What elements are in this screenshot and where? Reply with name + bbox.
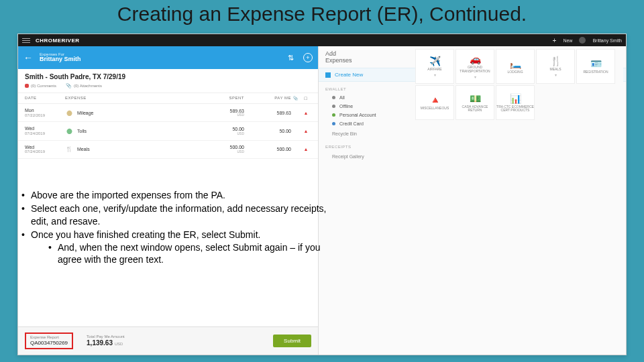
bullet-3: Once you have finished creating the ER, … <box>19 229 327 267</box>
header-sublabel: Expenses For <box>40 52 81 57</box>
meta-row: (0) Comments (0) Attachments <box>18 82 318 93</box>
col-flag-icon: ☐ <box>301 96 311 101</box>
category-label: AIRFARE <box>427 68 441 72</box>
category-icon: ✈️ <box>429 56 441 66</box>
chevron-down-icon: ▾ <box>555 72 557 77</box>
expense-row[interactable]: Wed07/24/2019🍴Meals500.00USD500.00▲ <box>18 141 318 159</box>
bullet-2: Select each one, verify/update the infor… <box>19 202 327 228</box>
category-tile[interactable]: 🛏️LODGING <box>496 49 535 84</box>
new-label[interactable]: New <box>563 38 572 43</box>
expense-type-icon: 🍴 <box>65 145 73 154</box>
category-label: LODGING <box>507 70 523 74</box>
warning-icon: ▲ <box>301 147 311 152</box>
chevron-down-icon: ▾ <box>434 72 436 77</box>
expense-type-icon: ⬤ <box>65 127 73 135</box>
total-currency: USD <box>115 342 123 346</box>
total-block: Total Pay Me Amount 1,139.63 USD <box>87 335 125 347</box>
col-payme: PAY ME <box>244 96 291 101</box>
col-expense: EXPENSE <box>65 96 197 101</box>
filter-item[interactable]: Credit Card <box>319 119 626 128</box>
header-user: Brittany Smith <box>40 56 81 63</box>
total-label: Total Pay Me Amount <box>87 335 125 339</box>
create-new-icon <box>325 72 331 78</box>
submit-button[interactable]: Submit <box>273 335 311 347</box>
chevron-down-icon: ▾ <box>474 74 476 79</box>
category-label: GROUND TRANSPORTATION <box>456 66 494 73</box>
plus-icon[interactable]: + <box>553 37 557 44</box>
filter-dot-icon <box>332 113 335 117</box>
filter-label: Credit Card <box>339 121 364 126</box>
expense-name: Tolls <box>77 129 87 133</box>
bullet-1: Above are the imported expenses from the… <box>19 189 327 202</box>
category-icon: 🔺 <box>429 95 441 105</box>
category-icon: 💵 <box>470 93 481 104</box>
add-expense-icon[interactable]: + <box>303 53 313 62</box>
expense-type-icon: ⬤ <box>65 109 73 117</box>
expense-row[interactable]: Mon07/22/2019⬤Mileage589.63USD589.63▲ <box>18 104 318 122</box>
category-icon: 🍴 <box>550 56 561 66</box>
category-label: REGISTRATION <box>583 70 608 74</box>
total-amount: 1,139.63 <box>87 339 113 347</box>
comments-icon <box>25 84 29 88</box>
filter-dot-icon <box>332 122 335 125</box>
report-footer: Expense Report QA0034750269 Total Pay Me… <box>18 326 318 355</box>
category-tile[interactable]: 🔺MISCELLANEOUS <box>415 85 454 120</box>
receipt-gallery[interactable]: Receipt Gallery <box>319 151 626 162</box>
category-tile[interactable]: 🍴MEALS▾ <box>536 49 575 84</box>
category-label: MEALS <box>550 68 561 72</box>
expense-name: Meals <box>77 147 90 152</box>
bullet-3a: And, when the next window opens, select … <box>46 241 327 267</box>
hamburger-icon[interactable] <box>22 38 30 43</box>
category-tiles: ✈️AIRFARE▾🚗GROUND TRANSPORTATION▾🛏️LODGI… <box>415 49 623 120</box>
create-new-label: Create New <box>335 72 363 78</box>
category-label: CASH ADVANCE RETURN <box>456 105 494 113</box>
category-label: TRA CTC ECOMMERCE CERT PRODUCTS <box>496 105 534 113</box>
column-headers: DATE EXPENSE SPENT PAY ME 📎 ☐ <box>18 93 318 104</box>
recycle-bin[interactable]: Recycle Bin <box>319 128 626 139</box>
col-attach-icon: 📎 <box>291 96 301 101</box>
filter-label: All <box>339 95 345 100</box>
category-tile[interactable]: 💵CASH ADVANCE RETURN <box>455 85 494 120</box>
filter-dot-icon <box>332 96 335 99</box>
expense-name: Mileage <box>77 111 94 115</box>
comments-count[interactable]: (0) Comments <box>31 84 56 88</box>
add-expenses-panel: Add Expenses Create New eWallet AllOffli… <box>319 46 626 355</box>
filter-label: Offline <box>339 104 353 109</box>
category-tile[interactable]: ✈️AIRFARE▾ <box>415 49 454 84</box>
instruction-bullets: Above are the imported expenses from the… <box>19 189 327 267</box>
category-icon: 📊 <box>510 93 521 104</box>
expense-row[interactable]: Wed07/24/2019⬤Tolls50.00USD50.00▲ <box>18 122 318 140</box>
top-bar: CHROMERIVER + New Brittany Smith <box>18 34 626 46</box>
sort-icon[interactable]: ⇅ <box>284 52 297 64</box>
category-icon: 🛏️ <box>510 58 521 69</box>
category-icon: 🚗 <box>470 54 481 64</box>
warning-icon: ▲ <box>301 129 311 133</box>
back-arrow-icon[interactable]: ← <box>23 52 33 63</box>
warning-icon: ▲ <box>301 111 311 115</box>
avatar-icon[interactable] <box>579 37 586 44</box>
trip-title: Smith - South Padre, TX 7/29/19 <box>18 69 318 82</box>
category-tile[interactable]: 🪪REGISTRATION <box>576 49 615 84</box>
category-tile[interactable]: 🚗GROUND TRANSPORTATION▾ <box>455 49 494 84</box>
slide-title: Creating an Expense Report (ER), Continu… <box>0 0 644 27</box>
report-header: ← Expenses For Brittany Smith ⇅ + <box>18 46 318 69</box>
logo-part-b: RIVER <box>62 38 80 44</box>
logo-part-a: CHROME <box>36 38 62 44</box>
filter-dot-icon <box>332 105 335 108</box>
user-name[interactable]: Brittany Smith <box>592 38 622 43</box>
filter-label: Personal Account <box>339 113 376 117</box>
ereceipts-heading: eReceipts <box>319 139 626 151</box>
category-tile[interactable]: 📊TRA CTC ECOMMERCE CERT PRODUCTS <box>496 85 535 120</box>
expense-report-id-box: Expense Report QA0034750269 <box>25 333 73 349</box>
paperclip-icon <box>66 83 72 88</box>
attachments-count[interactable]: (0) Attachments <box>74 84 102 88</box>
er-id: QA0034750269 <box>30 340 68 347</box>
col-date: DATE <box>25 96 65 101</box>
app-logo: CHROMERIVER <box>36 38 80 44</box>
category-label: MISCELLANEOUS <box>421 107 449 111</box>
er-label: Expense Report <box>30 335 68 340</box>
category-icon: 🪪 <box>590 58 602 69</box>
col-spent: SPENT <box>197 96 244 101</box>
